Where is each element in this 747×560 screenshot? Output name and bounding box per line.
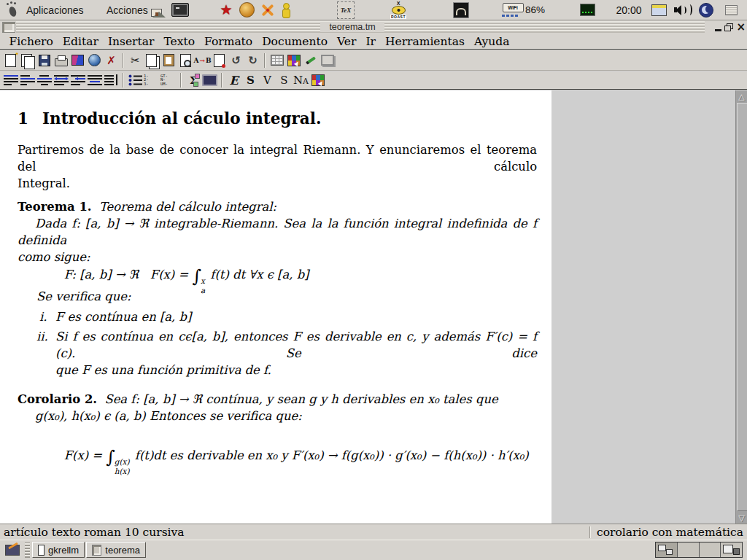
- restore-button[interactable]: [724, 23, 733, 31]
- scroll-down-icon[interactable]: ▽: [736, 512, 747, 524]
- corollary-formula: F(x) = ∫g(x)h(x) f(t)dt es derivable en …: [34, 433, 529, 489]
- headphones-app-icon[interactable]: [452, 0, 470, 20]
- align-left-icon[interactable]: [2, 72, 19, 88]
- screensaver-moon-icon[interactable]: [697, 0, 715, 20]
- volume-icon[interactable]: [673, 0, 693, 20]
- cut-icon[interactable]: ✂: [127, 52, 144, 69]
- notes-applet-icon[interactable]: [724, 0, 738, 20]
- draw-pen-icon[interactable]: [302, 52, 319, 69]
- menu-ir[interactable]: Ir: [361, 35, 381, 48]
- terminal-launcher-icon[interactable]: [171, 0, 190, 20]
- paste-icon[interactable]: [160, 52, 177, 69]
- vertical-scrollbar[interactable]: △ ▽: [735, 90, 747, 524]
- align-center-icon[interactable]: [36, 72, 53, 88]
- toolbar-separator: [180, 73, 182, 88]
- corollary-block: Corolario 2. Sea f: [a, b] → ℜ contínua,…: [18, 391, 537, 424]
- color-palette-icon[interactable]: [285, 52, 302, 69]
- menu-editar[interactable]: Editar: [58, 35, 103, 48]
- window-title-wrap: teorema.tm: [0, 21, 705, 33]
- enumerate-list-icon[interactable]: 1-2-3-: [144, 72, 160, 88]
- system-monitor-tray-icon[interactable]: [579, 0, 595, 20]
- main-toolbar: * ✗ ✂ A→B ↺ ↻: [0, 50, 747, 71]
- window-icon: [38, 545, 44, 556]
- save-icon[interactable]: [36, 52, 53, 69]
- menu-documento[interactable]: Documento: [258, 35, 333, 48]
- close-document-icon[interactable]: ✗: [103, 52, 120, 69]
- window-titlebar[interactable]: teorema.tm ×: [0, 20, 747, 34]
- tex-launcher-icon[interactable]: TeX: [337, 0, 355, 20]
- tasklist-drag-handle[interactable]: [25, 542, 30, 558]
- insert-table-icon[interactable]: [268, 52, 285, 69]
- orange-orb-launcher-icon[interactable]: [238, 0, 255, 20]
- workspace-2[interactable]: [678, 542, 700, 557]
- person-launcher-icon[interactable]: [279, 0, 292, 20]
- battery-percent: 86%: [525, 0, 545, 20]
- verbatim-style-button[interactable]: V: [259, 72, 276, 88]
- document-viewport: 1 Introducción al cáculo integral. Parti…: [0, 90, 747, 524]
- scrollbar-thumb[interactable]: [737, 103, 747, 511]
- menu-ayuda[interactable]: Ayuda: [469, 35, 514, 48]
- scroll-up-icon[interactable]: △: [736, 90, 747, 102]
- applications-menu[interactable]: Aplicaciones: [23, 0, 87, 20]
- math-mode-icon[interactable]: Σ: [185, 72, 201, 88]
- description-list-icon[interactable]: GT-N-UM-: [160, 72, 177, 88]
- status-divider: [589, 526, 591, 538]
- margin-right-icon[interactable]: [103, 72, 120, 88]
- minimize-button[interactable]: [715, 23, 721, 31]
- replace-icon[interactable]: A→B: [194, 52, 211, 69]
- toolbar-separator: [123, 73, 124, 88]
- strong-style-button[interactable]: S: [242, 72, 259, 88]
- copy-icon[interactable]: [144, 52, 160, 69]
- clock[interactable]: 20:00: [613, 0, 645, 20]
- workspace-1[interactable]: [656, 542, 678, 557]
- emphasis-style-button[interactable]: E: [225, 72, 242, 88]
- print-icon[interactable]: [53, 52, 69, 69]
- gnome-foot-menu-icon[interactable]: [4, 0, 20, 20]
- close-button[interactable]: ×: [736, 22, 746, 33]
- document-page[interactable]: 1 Introducción al cáculo integral. Parti…: [0, 90, 551, 524]
- section-heading: 1 Introducción al cáculo integral.: [18, 109, 321, 128]
- home-launcher-icon[interactable]: [147, 0, 165, 20]
- display-settings-icon[interactable]: [651, 0, 667, 20]
- menu-herramientas[interactable]: Herramientas: [380, 35, 469, 48]
- toolbar-separator: [123, 53, 124, 68]
- menu-formato[interactable]: Formato: [200, 35, 258, 48]
- spellcheck-icon[interactable]: [211, 52, 228, 69]
- name-style-button[interactable]: Na: [293, 72, 309, 88]
- format-toolbar: 1-2-3- GT-N-UM- Σ E S V S Na: [0, 71, 747, 90]
- section-title: Introducción al cáculo integral.: [42, 109, 321, 128]
- red-star-launcher-icon[interactable]: ★: [217, 0, 235, 20]
- export-book-icon[interactable]: [69, 52, 86, 69]
- task-button-teorema[interactable]: teorema: [86, 542, 146, 558]
- task-button-gkrellm[interactable]: gkrellm: [32, 542, 85, 558]
- itemize-list-icon[interactable]: [127, 72, 144, 88]
- menu-ver[interactable]: Ver: [333, 35, 361, 48]
- workspace-3[interactable]: [700, 542, 721, 557]
- toolbar-separator: [221, 73, 222, 88]
- open-document-icon[interactable]: [19, 52, 36, 69]
- corollary-label: Corolario 2.: [18, 392, 97, 406]
- wifi-indicator-icon[interactable]: WiFi: [502, 0, 524, 23]
- workspace-4[interactable]: [721, 542, 742, 557]
- insert-frame-icon[interactable]: [319, 52, 336, 69]
- actions-menu[interactable]: Acciones: [104, 0, 151, 20]
- sans-style-button[interactable]: S: [276, 72, 293, 88]
- xcdroast-launcher-icon[interactable]: XROAST: [388, 0, 409, 20]
- top-panel: Aplicaciones Acciones ★ TeX XROAST WiFi …: [0, 0, 747, 20]
- align-justify-icon[interactable]: [86, 72, 103, 88]
- align-flush-left-icon[interactable]: [19, 72, 36, 88]
- session-monitor-icon[interactable]: [201, 72, 218, 88]
- crossed-tools-launcher-icon[interactable]: [258, 0, 277, 20]
- redo-icon[interactable]: ↻: [244, 52, 261, 69]
- new-document-icon[interactable]: *: [2, 52, 19, 69]
- align-justify-stretch-icon[interactable]: [53, 72, 69, 88]
- indent-icon[interactable]: [69, 72, 86, 88]
- find-icon[interactable]: [177, 52, 194, 69]
- color-picker-icon[interactable]: [309, 72, 326, 88]
- menu-insertar[interactable]: Insertar: [103, 35, 159, 48]
- show-desktop-button[interactable]: [2, 542, 22, 559]
- undo-icon[interactable]: ↺: [228, 52, 244, 69]
- menu-texto[interactable]: Texto: [159, 35, 200, 48]
- menu-fichero[interactable]: Fichero: [4, 35, 58, 48]
- web-globe-icon[interactable]: [86, 52, 103, 69]
